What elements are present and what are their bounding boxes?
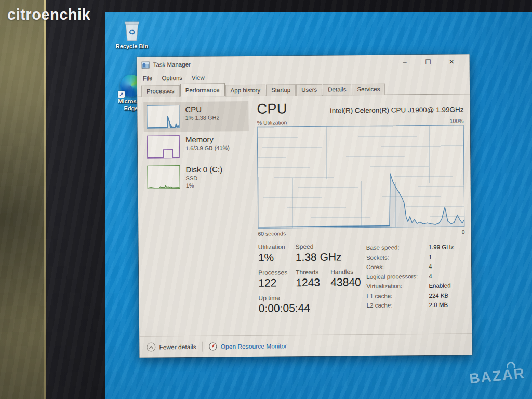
y-max-label: 100% (450, 117, 464, 124)
tab-services[interactable]: Services (352, 84, 385, 96)
x-left-label: 60 seconds (258, 230, 286, 236)
task-manager-window: Task Manager – ☐ ✕ File Options View Pro… (137, 54, 472, 358)
cpu-heading: CPU (257, 101, 287, 117)
detail-row: L1 cache: 224 KB (366, 290, 465, 301)
sidebar-disk-title: Disk 0 (C:) (185, 165, 222, 175)
sidebar-cpu-sub: 1% 1.38 GHz (185, 114, 219, 122)
tab-users[interactable]: Users (296, 84, 322, 96)
threads-value: 1243 (296, 276, 330, 289)
processes-value: 122 (258, 276, 296, 289)
handles-label: Handles (330, 268, 365, 276)
processes-label: Processes (258, 269, 296, 276)
sidebar-item-memory[interactable]: Memory 1.6/3.9 GB (41%) (144, 131, 249, 163)
bazar-store-watermark: BAZAR (469, 365, 526, 387)
tab-details[interactable]: Details (323, 84, 351, 95)
cpu-panel: CPU Intel(R) Celeron(R) CPU J1900@ 1.99G… (257, 99, 466, 335)
sidebar-item-disk[interactable]: Disk 0 (C:) SSD 1% (144, 162, 249, 193)
utilization-label: Utilization (258, 243, 296, 251)
shortcut-arrow-icon: ↗ (118, 91, 125, 98)
footer-bar: Fewer details Open Resource Monitor (139, 333, 472, 358)
x-right-label: 0 (462, 229, 465, 235)
cpu-mini-graph (147, 105, 179, 129)
recycle-bin-label: Recycle Bin (114, 43, 150, 50)
utilization-value: 1% (258, 251, 296, 264)
menu-file[interactable]: File (143, 75, 153, 81)
detail-row: Logical processors: 4 (366, 271, 465, 282)
photographer-watermark: citroenchik (7, 6, 90, 23)
menu-view[interactable]: View (192, 74, 205, 81)
processor-name: Intel(R) Celeron(R) CPU J1900@ 1.99GHz (330, 105, 464, 116)
memory-mini-graph (147, 135, 180, 159)
tab-processes[interactable]: Processes (141, 85, 180, 97)
sidebar-disk-sub: SSD (185, 174, 222, 182)
open-resource-monitor-link[interactable]: Open Resource Monitor (209, 342, 287, 350)
close-button[interactable]: ✕ (440, 54, 463, 70)
task-manager-app-icon (142, 61, 150, 68)
disk-mini-graph (147, 165, 180, 189)
performance-sidebar: CPU 1% 1.38 GHz Memory 1.6/3.9 GB ( (143, 101, 250, 336)
cpu-utilization-graph[interactable] (257, 125, 465, 228)
speed-value: 1.38 GHz (296, 250, 342, 263)
photo-of-monitor: ♻ Recycle Bin ↗ Microsoft Edge Task Mana… (0, 0, 532, 399)
menu-options[interactable]: Options (162, 75, 182, 81)
detail-row: Virtualization: Enabled (366, 281, 465, 291)
uptime-value: 0:00:05:44 (259, 302, 310, 315)
resource-monitor-icon (209, 342, 217, 350)
tab-performance[interactable]: Performance (180, 83, 225, 97)
tab-startup[interactable]: Startup (266, 84, 296, 96)
background-surface (0, 0, 46, 399)
sidebar-item-cpu[interactable]: CPU 1% 1.38 GHz (143, 101, 248, 132)
detail-row: Base speed: 1.99 GHz (366, 242, 465, 252)
detail-row: Sockets: 1 (366, 252, 465, 262)
detail-row: L2 cache: 2.0 MB (367, 300, 466, 310)
tab-app-history[interactable]: App history (225, 85, 265, 97)
sidebar-memory-sub: 1.6/3.9 GB (41%) (185, 144, 230, 152)
chevron-up-icon (147, 343, 155, 352)
maximize-button[interactable]: ☐ (416, 55, 440, 70)
sidebar-memory-title: Memory (185, 135, 230, 144)
fewer-details-button[interactable]: Fewer details (147, 342, 196, 352)
y-axis-label: % Utilization (257, 119, 287, 126)
desktop-icon-recycle-bin[interactable]: ♻ Recycle Bin (114, 20, 150, 50)
recycle-bin-icon: ♻ (123, 20, 141, 42)
shopping-bag-handle-icon (507, 362, 515, 369)
speed-label: Speed (296, 243, 342, 250)
svg-text:♻: ♻ (128, 28, 135, 36)
footer-divider (203, 342, 203, 352)
cpu-details-list: Base speed: 1.99 GHz Sockets: 1 Cores: 4 (365, 242, 466, 334)
detail-row: Cores: 4 (366, 261, 465, 272)
sidebar-disk-sub2: 1% (186, 181, 223, 189)
minimize-button[interactable]: – (393, 55, 416, 70)
cpu-stats-left: Utilization 1% Speed 1.38 GHz (258, 243, 366, 335)
uptime-label: Up time (258, 294, 310, 302)
window-title: Task Manager (153, 61, 191, 68)
threads-label: Threads (296, 269, 330, 276)
handles-value: 43840 (330, 276, 365, 289)
desktop[interactable]: ♻ Recycle Bin ↗ Microsoft Edge Task Mana… (105, 12, 532, 399)
sidebar-cpu-title: CPU (185, 104, 219, 114)
